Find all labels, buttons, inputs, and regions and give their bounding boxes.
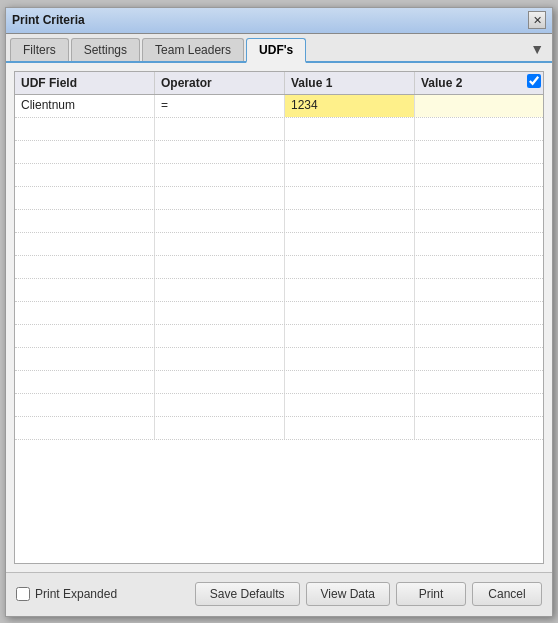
cell-value1-10[interactable] xyxy=(285,325,415,347)
cell-value2-12[interactable] xyxy=(415,371,543,393)
cancel-button[interactable]: Cancel xyxy=(472,582,542,606)
table-row[interactable] xyxy=(15,348,543,371)
cell-udf_field-11[interactable] xyxy=(15,348,155,370)
cell-udf_field-1[interactable] xyxy=(15,118,155,140)
table-row[interactable] xyxy=(15,141,543,164)
cell-value1-0[interactable]: 1234 xyxy=(285,95,415,117)
footer: Print Expanded Save Defaults View Data P… xyxy=(6,572,552,616)
print-expanded-label: Print Expanded xyxy=(35,587,117,601)
cell-value2-10[interactable] xyxy=(415,325,543,347)
cell-value2-9[interactable] xyxy=(415,302,543,324)
tab-settings[interactable]: Settings xyxy=(71,38,140,61)
cell-udf_field-14[interactable] xyxy=(15,417,155,439)
cell-value2-2[interactable] xyxy=(415,141,543,163)
table-row[interactable]: Clientnum=1234 xyxy=(15,95,543,118)
cell-value1-14[interactable] xyxy=(285,417,415,439)
cell-udf_field-0[interactable]: Clientnum xyxy=(15,95,155,117)
table-row[interactable] xyxy=(15,325,543,348)
close-button[interactable]: ✕ xyxy=(528,11,546,29)
cell-operator-10[interactable] xyxy=(155,325,285,347)
cell-udf_field-8[interactable] xyxy=(15,279,155,301)
cell-value1-9[interactable] xyxy=(285,302,415,324)
cell-operator-6[interactable] xyxy=(155,233,285,255)
cell-value2-7[interactable] xyxy=(415,256,543,278)
table-row[interactable] xyxy=(15,187,543,210)
print-button[interactable]: Print xyxy=(396,582,466,606)
cell-value2-8[interactable] xyxy=(415,279,543,301)
cell-value1-1[interactable] xyxy=(285,118,415,140)
cell-value1-12[interactable] xyxy=(285,371,415,393)
cell-value1-3[interactable] xyxy=(285,164,415,186)
cell-udf_field-9[interactable] xyxy=(15,302,155,324)
table-row[interactable] xyxy=(15,394,543,417)
cell-value2-11[interactable] xyxy=(415,348,543,370)
print-expanded-checkbox[interactable] xyxy=(16,587,30,601)
cell-value2-1[interactable] xyxy=(415,118,543,140)
cell-operator-12[interactable] xyxy=(155,371,285,393)
cell-value2-13[interactable] xyxy=(415,394,543,416)
col-header-value1: Value 1 xyxy=(285,72,415,94)
cell-operator-9[interactable] xyxy=(155,302,285,324)
cell-operator-0[interactable]: = xyxy=(155,95,285,117)
content-area: UDF Field Operator Value 1 Value 2 Clien… xyxy=(6,63,552,572)
cell-value2-5[interactable] xyxy=(415,210,543,232)
cell-value2-6[interactable] xyxy=(415,233,543,255)
cell-value1-5[interactable] xyxy=(285,210,415,232)
cell-operator-14[interactable] xyxy=(155,417,285,439)
cell-udf_field-13[interactable] xyxy=(15,394,155,416)
cell-udf_field-12[interactable] xyxy=(15,371,155,393)
view-data-button[interactable]: View Data xyxy=(306,582,390,606)
footer-buttons: Save Defaults View Data Print Cancel xyxy=(195,582,542,606)
grid-header: UDF Field Operator Value 1 Value 2 xyxy=(15,72,543,95)
cell-value2-0[interactable] xyxy=(415,95,543,117)
cell-operator-2[interactable] xyxy=(155,141,285,163)
cell-value1-2[interactable] xyxy=(285,141,415,163)
cell-operator-13[interactable] xyxy=(155,394,285,416)
cell-value2-3[interactable] xyxy=(415,164,543,186)
cell-operator-5[interactable] xyxy=(155,210,285,232)
cell-value2-4[interactable] xyxy=(415,187,543,209)
cell-operator-4[interactable] xyxy=(155,187,285,209)
cell-udf_field-5[interactable] xyxy=(15,210,155,232)
cell-value1-4[interactable] xyxy=(285,187,415,209)
cell-udf_field-2[interactable] xyxy=(15,141,155,163)
table-row[interactable] xyxy=(15,210,543,233)
cell-value1-11[interactable] xyxy=(285,348,415,370)
cell-value1-6[interactable] xyxy=(285,233,415,255)
grid-outer: UDF Field Operator Value 1 Value 2 Clien… xyxy=(14,71,544,564)
cell-operator-11[interactable] xyxy=(155,348,285,370)
tab-scroll-arrow[interactable]: ▼ xyxy=(530,41,548,61)
cell-udf_field-7[interactable] xyxy=(15,256,155,278)
cell-operator-8[interactable] xyxy=(155,279,285,301)
col-header-operator: Operator xyxy=(155,72,285,94)
tab-filters[interactable]: Filters xyxy=(10,38,69,61)
save-defaults-button[interactable]: Save Defaults xyxy=(195,582,300,606)
title-bar: Print Criteria ✕ xyxy=(6,8,552,34)
grid-checkbox-area xyxy=(527,74,541,91)
cell-operator-3[interactable] xyxy=(155,164,285,186)
cell-operator-7[interactable] xyxy=(155,256,285,278)
grid-body: Clientnum=1234 xyxy=(15,95,543,440)
grid-toggle-checkbox[interactable] xyxy=(527,74,541,88)
table-row[interactable] xyxy=(15,417,543,440)
table-row[interactable] xyxy=(15,256,543,279)
cell-udf_field-4[interactable] xyxy=(15,187,155,209)
col-header-value2: Value 2 xyxy=(415,72,543,94)
cell-value1-8[interactable] xyxy=(285,279,415,301)
table-row[interactable] xyxy=(15,371,543,394)
cell-udf_field-10[interactable] xyxy=(15,325,155,347)
tab-udfs[interactable]: UDF's xyxy=(246,38,306,63)
col-header-udf-field: UDF Field xyxy=(15,72,155,94)
table-row[interactable] xyxy=(15,279,543,302)
cell-value1-13[interactable] xyxy=(285,394,415,416)
table-row[interactable] xyxy=(15,302,543,325)
table-row[interactable] xyxy=(15,118,543,141)
tab-team-leaders[interactable]: Team Leaders xyxy=(142,38,244,61)
table-row[interactable] xyxy=(15,164,543,187)
cell-udf_field-6[interactable] xyxy=(15,233,155,255)
table-row[interactable] xyxy=(15,233,543,256)
cell-udf_field-3[interactable] xyxy=(15,164,155,186)
cell-value2-14[interactable] xyxy=(415,417,543,439)
cell-operator-1[interactable] xyxy=(155,118,285,140)
cell-value1-7[interactable] xyxy=(285,256,415,278)
